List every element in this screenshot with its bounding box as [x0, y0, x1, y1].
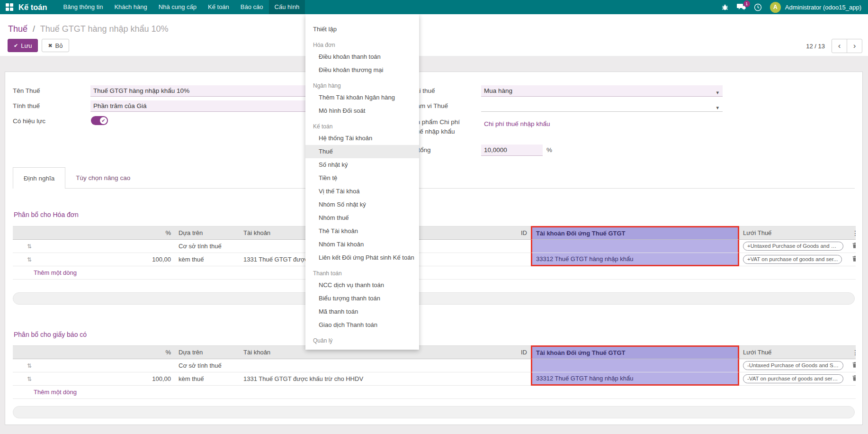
optional-columns-icon[interactable]: ⋮	[848, 345, 856, 359]
user-name[interactable]: Administrator (odoo15_app)	[785, 4, 861, 11]
based-on-column-header[interactable]: Dựa trên	[175, 345, 240, 359]
menu-item-payment-terms[interactable]: Điều khoản thanh toán	[305, 50, 419, 63]
nav-menu-customers[interactable]: Khách hàng	[108, 0, 152, 14]
menu-item-tax-groups[interactable]: Nhóm thuế	[305, 211, 419, 225]
nav-menu-vendors[interactable]: Nhà cung cấp	[153, 0, 202, 14]
drag-handle-icon[interactable]: ⇅	[27, 243, 32, 250]
menu-item-journals[interactable]: Số nhật ký	[305, 158, 419, 172]
menu-item-fiscal-positions[interactable]: Vị thế Tài khoá	[305, 185, 419, 198]
menu-item-add-bank-account[interactable]: Thêm Tài khoản Ngân hàng	[305, 91, 419, 104]
account-cell[interactable]: 1331 Thuế GTGT được khấu trừ cho HHDV	[240, 372, 493, 386]
menu-item-journal-item-matching[interactable]: Liên kết Đối ứng Phát sinh Kế toán	[305, 251, 419, 264]
tax-grid-tag[interactable]: -Untaxed Purchase of Goods and Se...	[743, 361, 843, 370]
table-row[interactable]: ⇅ Cơ sở tính thuế -Untaxed Purchase of G…	[13, 359, 856, 372]
tax-grid-tag[interactable]: +Untaxed Purchase of Goods and S...	[743, 242, 843, 251]
id-column-header[interactable]: ID	[493, 345, 531, 359]
breadcrumb-current: Thuế GTGT hàng nhập khẩu 10%	[40, 24, 169, 34]
menu-item-payment-tokens[interactable]: Mã thanh toán	[305, 305, 419, 318]
cost-product-link[interactable]: Chi phí thuế nhập khẩu	[481, 118, 723, 130]
debug-bug-icon[interactable]	[721, 3, 729, 11]
nav-menu-accounting[interactable]: Kế toán	[202, 0, 235, 14]
tax-computation-select[interactable]: Phần trăm của Giá	[90, 100, 308, 112]
tax-grid-column-header[interactable]: Lưới Thuế	[739, 345, 848, 359]
tax-grid-tag[interactable]: +VAT on purchase of goods and ser...	[743, 255, 842, 264]
table-row[interactable]: ⇅ 100,00 kèm thuế 1331 Thuế GTGT được kh…	[13, 253, 856, 266]
delete-row-trash-icon[interactable]	[852, 362, 856, 370]
save-button[interactable]: ✔ Lưu	[8, 39, 38, 52]
based-on-column-header[interactable]: Dựa trên	[175, 226, 240, 240]
pager-next-button[interactable]: ›	[847, 39, 862, 53]
id-column-header[interactable]: ID	[493, 226, 531, 240]
percent-column-header[interactable]: %	[46, 345, 175, 359]
tax-scope-select[interactable]: ▾	[481, 100, 723, 112]
menu-item-account-tags[interactable]: Thẻ Tài khoản	[305, 225, 419, 238]
optional-columns-icon[interactable]: ⋮	[848, 226, 856, 240]
based-on-cell[interactable]: Cơ sở tính thuế	[175, 359, 240, 372]
apps-grid-icon[interactable]	[6, 3, 13, 11]
refund-distribution-table: % Dựa trên Tài khoản ID Tài khoản Đối ứn…	[13, 345, 856, 399]
breadcrumb-parent-link[interactable]: Thuế	[8, 24, 27, 34]
menu-item-payment-providers[interactable]: NCC dịch vụ thanh toán	[305, 279, 419, 292]
menu-item-settings[interactable]: Thiết lập	[305, 23, 419, 36]
based-on-cell[interactable]: kèm thuế	[175, 372, 240, 386]
based-on-cell[interactable]: Cơ sở tính thuế	[175, 240, 240, 253]
add-line-link[interactable]: Thêm một dòng	[13, 266, 856, 280]
tab-advanced-options[interactable]: Tùy chọn nâng cao	[65, 167, 141, 189]
counterpart-cell[interactable]: 33312 Thuế GTGT hàng nhập khẩu	[531, 253, 739, 266]
percent-cell[interactable]: 100,00	[46, 253, 175, 266]
discard-button[interactable]: ✖ Bỏ	[42, 39, 69, 52]
control-panel: Thuế / Thuế GTGT hàng nhập khẩu 10% ✔ Lư…	[0, 14, 868, 56]
delete-row-trash-icon[interactable]	[852, 242, 856, 250]
menu-item-chart-of-accounts[interactable]: Hệ thống Tài khoản	[305, 132, 419, 145]
tax-type-select[interactable]: Mua hàng ▾	[481, 85, 723, 97]
percent-column-header[interactable]: %	[46, 226, 175, 240]
cost-product-label-line1: Sản phẩm Chi phí	[409, 118, 484, 127]
menu-item-payment-transactions[interactable]: Giao dịch Thanh toán	[305, 318, 419, 332]
active-toggle[interactable]: ✔	[91, 116, 108, 125]
account-cell[interactable]	[240, 359, 493, 372]
menu-item-journal-groups[interactable]: Nhóm Số nhật ký	[305, 198, 419, 211]
table-row[interactable]: ⇅ Cơ sở tính thuế +Untaxed Purchase of G…	[13, 240, 856, 253]
messages-icon[interactable]: 1	[737, 3, 746, 11]
activities-clock-icon[interactable]	[754, 3, 762, 11]
based-on-cell[interactable]: kèm thuế	[175, 253, 240, 266]
menu-item-reconciliation-models[interactable]: Mô hình Đối soát	[305, 104, 419, 118]
table-row[interactable]: ⇅ 100,00 kèm thuế 1331 Thuế GTGT được kh…	[13, 372, 856, 386]
tax-grid-column-header[interactable]: Lưới Thuế	[739, 226, 848, 240]
menu-item-currencies[interactable]: Tiền tệ	[305, 172, 419, 185]
nav-menu-dashboard[interactable]: Bảng thông tin	[58, 0, 109, 14]
nav-menu-reporting[interactable]: Báo cáo	[235, 0, 269, 14]
menu-item-account-groups[interactable]: Nhóm Tài khoản	[305, 238, 419, 251]
tax-type-value: Mua hàng	[484, 87, 512, 94]
nav-menu-configuration[interactable]: Cấu hình	[269, 0, 305, 14]
amount-label: Số tổng	[409, 145, 480, 155]
percent-cell[interactable]: 100,00	[46, 372, 175, 386]
add-line-link[interactable]: Thêm một dòng	[13, 386, 856, 399]
counterpart-cell[interactable]	[531, 359, 739, 372]
menu-item-taxes[interactable]: Thuế	[305, 145, 419, 158]
drag-handle-icon[interactable]: ⇅	[27, 362, 32, 369]
drag-handle-icon[interactable]: ⇅	[27, 376, 32, 382]
counterpart-column-header[interactable]: Tài khoản Đối ứng Thuế GTGT	[531, 226, 739, 240]
pager-previous-button[interactable]: ‹	[832, 39, 847, 53]
configuration-dropdown-menu: Thiết lập Hóa đơn Điều khoản thanh toán …	[305, 14, 419, 350]
tax-grid-tag[interactable]: -VAT on purchase of goods and serv...	[743, 374, 843, 383]
user-avatar[interactable]: A	[770, 2, 781, 13]
delete-row-trash-icon[interactable]	[852, 255, 856, 263]
menu-section-accounting: Kế toán	[305, 121, 419, 132]
counterpart-column-header[interactable]: Tài khoản Đối ứng Thuế GTGT	[531, 345, 739, 359]
percent-cell[interactable]	[46, 359, 175, 372]
counterpart-cell[interactable]	[531, 240, 739, 253]
delete-row-trash-icon[interactable]	[852, 375, 856, 383]
menu-item-incoterms[interactable]: Điều khoản thương mại	[305, 63, 419, 77]
counterpart-cell[interactable]: 33312 Thuế GTGT hàng nhập khẩu	[531, 372, 739, 386]
menu-item-payment-icons[interactable]: Biểu tượng thanh toán	[305, 292, 419, 305]
toggle-check-icon: ✔	[100, 117, 107, 124]
percent-cell[interactable]	[46, 240, 175, 253]
tab-definition[interactable]: Định nghĩa	[13, 167, 65, 189]
tax-name-input[interactable]: Thuế GTGT hàng nhập khẩu 10%	[90, 85, 308, 97]
breadcrumb: Thuế / Thuế GTGT hàng nhập khẩu 10%	[8, 24, 169, 34]
app-title[interactable]: Kế toán	[18, 3, 47, 12]
amount-input[interactable]: 10,0000	[481, 145, 543, 156]
drag-handle-icon[interactable]: ⇅	[27, 256, 32, 263]
